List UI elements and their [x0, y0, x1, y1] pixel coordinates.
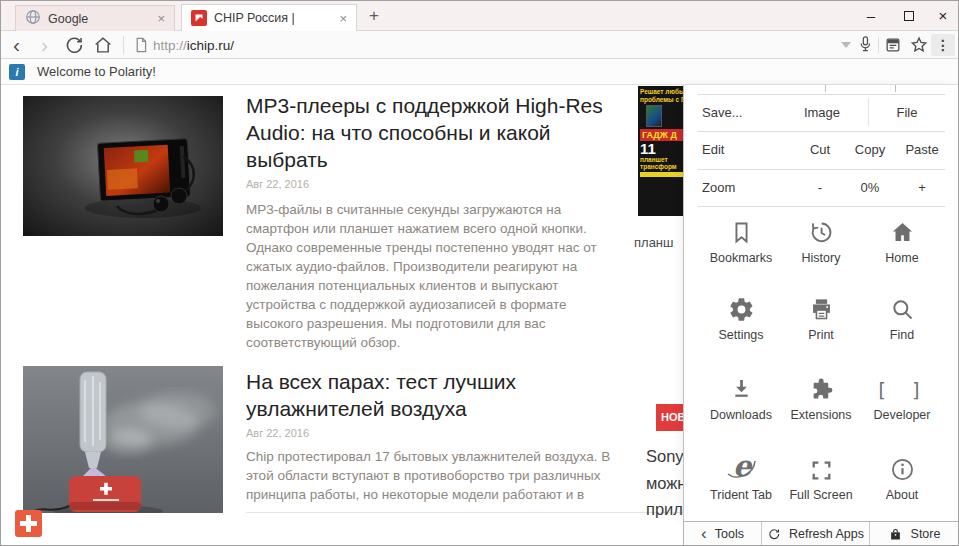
zoom-out-button[interactable]: - — [795, 169, 845, 206]
tab-close-icon[interactable]: × — [339, 12, 347, 25]
url-host: ichip.ru/ — [187, 38, 234, 53]
polarity-plus-icon[interactable] — [15, 510, 42, 537]
menu-item-trident-tab[interactable]: e Trident Tab — [701, 451, 781, 527]
ad-top-text: Решает любые проблемы с ПК — [640, 88, 683, 103]
history-icon — [781, 214, 861, 246]
sidebar-caption: планш — [634, 235, 673, 250]
article-title[interactable]: На всех парах: тест лучших увлажнителей … — [246, 368, 546, 422]
browser-window: Google × CHIP Россия | × + – × ‹ › http:… — [0, 0, 959, 546]
menu-save-label: Save... — [702, 94, 742, 131]
menu-top-tick — [825, 85, 826, 92]
home-button[interactable] — [92, 34, 114, 60]
url-scheme: http:// — [153, 38, 187, 53]
store-button[interactable]: Store — [870, 522, 958, 546]
forward-button[interactable]: › — [41, 34, 48, 56]
menu-zoom-label: Zoom — [702, 169, 735, 206]
article-date: Авг 22, 2016 — [246, 178, 309, 190]
zoom-in-button[interactable]: + — [897, 169, 947, 206]
tab-strip: Google × CHIP Россия | × + – × — [1, 1, 958, 31]
info-circle-icon — [862, 451, 942, 483]
printer-icon — [781, 291, 861, 323]
ad-sub-text: планшет трансформ — [640, 156, 683, 170]
menu-item-bookmarks[interactable]: Bookmarks — [701, 214, 781, 290]
page-icon — [131, 35, 151, 59]
content-divider — [246, 512, 683, 513]
edit-copy-button[interactable]: Copy — [845, 131, 895, 168]
globe-icon — [25, 9, 41, 28]
edit-paste-button[interactable]: Paste — [897, 131, 947, 168]
fullscreen-icon — [781, 451, 861, 483]
tab-title: CHIP Россия | — [214, 11, 295, 25]
chip-favicon — [191, 10, 207, 26]
article-excerpt: MP3-файлы в считанные секунды загружаютс… — [246, 200, 624, 352]
page-right-column: Решает любые проблемы с ПК ГАДЖ Д 11 пла… — [631, 85, 683, 521]
minimize-button[interactable]: – — [861, 6, 881, 26]
home-icon — [862, 214, 942, 246]
menu-item-full-screen[interactable]: Full Screen — [781, 451, 861, 527]
menu-item-find[interactable]: Find — [862, 291, 942, 367]
news-headline-line[interactable]: прил — [646, 500, 683, 519]
close-window-button[interactable]: × — [933, 6, 953, 26]
microphone-icon[interactable] — [855, 34, 875, 58]
menu-kebab-button[interactable]: ⋮ — [931, 34, 955, 56]
magazine-ad[interactable]: Решает любые проблемы с ПК ГАДЖ Д 11 пла… — [638, 86, 683, 216]
tab-close-icon[interactable]: × — [157, 12, 165, 25]
ad-number: 11 — [640, 141, 683, 156]
url-dropdown-caret-icon[interactable] — [841, 42, 851, 48]
article-date: Авг 22, 2016 — [246, 427, 309, 439]
menu-item-about[interactable]: About — [862, 451, 942, 527]
edit-cut-button[interactable]: Cut — [795, 131, 845, 168]
news-headline-line[interactable]: Sony — [646, 447, 683, 466]
menu-item-print[interactable]: Print — [781, 291, 861, 367]
menu-item-developer[interactable]: [ ] Developer — [862, 371, 942, 447]
brackets-icon: [ ] — [862, 371, 942, 403]
menu-cell-divider — [868, 98, 869, 126]
reading-list-icon[interactable] — [883, 35, 903, 59]
menu-item-downloads[interactable]: Downloads — [701, 371, 781, 447]
menu-item-home[interactable]: Home — [862, 214, 942, 290]
menu-item-settings[interactable]: Settings — [701, 291, 781, 367]
trident-e-icon: e — [701, 451, 781, 483]
tab-chip-russia[interactable]: CHIP Россия | × — [181, 4, 357, 31]
article-thumbnail-mp3-player[interactable] — [23, 96, 223, 236]
toolbar-divider — [878, 37, 879, 53]
new-tab-button[interactable]: + — [369, 6, 379, 26]
gear-icon — [701, 291, 781, 323]
menu-item-extensions[interactable]: Extensions — [781, 371, 861, 447]
menu-edit-label: Edit — [702, 131, 724, 168]
puzzle-icon — [781, 371, 861, 403]
article-title[interactable]: MP3-плееры с поддержкой High-Res Audio: … — [246, 92, 618, 173]
browser-menu-panel: Save... Image File Edit Cut Copy Paste Z… — [683, 85, 958, 521]
download-icon — [701, 371, 781, 403]
article-thumbnail-humidifier[interactable] — [23, 366, 223, 513]
infobar: i Welcome to Polarity! — [1, 59, 958, 85]
refresh-button[interactable] — [63, 34, 85, 60]
info-icon: i — [9, 64, 25, 80]
article-excerpt: Chip протестировал 17 бытовых увлажнител… — [246, 447, 624, 504]
menu-divider — [698, 206, 945, 207]
infobar-message: Welcome to Polarity! — [37, 64, 156, 79]
shopping-bag-icon — [888, 527, 903, 542]
magnifier-icon — [862, 291, 942, 323]
refresh-icon — [767, 527, 781, 541]
tab-google[interactable]: Google × — [15, 5, 175, 31]
back-button[interactable]: ‹ — [13, 34, 20, 56]
save-image-button[interactable]: Image — [784, 94, 860, 131]
maximize-button[interactable] — [899, 6, 919, 26]
address-bar[interactable]: http://ichip.ru/ — [153, 38, 234, 53]
menu-top-tick — [895, 85, 896, 92]
bookmark-star-icon[interactable] — [908, 34, 930, 60]
ad-bottom-bar — [640, 172, 683, 177]
menu-item-history[interactable]: History — [781, 214, 861, 290]
maximize-icon — [904, 11, 914, 21]
tab-title: Google — [48, 12, 88, 26]
ad-cover-image — [646, 105, 662, 127]
zoom-level-value: 0% — [845, 169, 895, 206]
tools-button[interactable]: ‹ Tools — [684, 522, 762, 546]
refresh-apps-button[interactable]: Refresh Apps — [762, 522, 870, 546]
save-file-button[interactable]: File — [877, 94, 937, 131]
news-headline-line[interactable]: можн — [646, 474, 683, 493]
news-badge: НОВ — [656, 404, 683, 431]
chevron-left-icon: ‹ — [701, 527, 707, 541]
toolbar-divider — [123, 36, 124, 54]
